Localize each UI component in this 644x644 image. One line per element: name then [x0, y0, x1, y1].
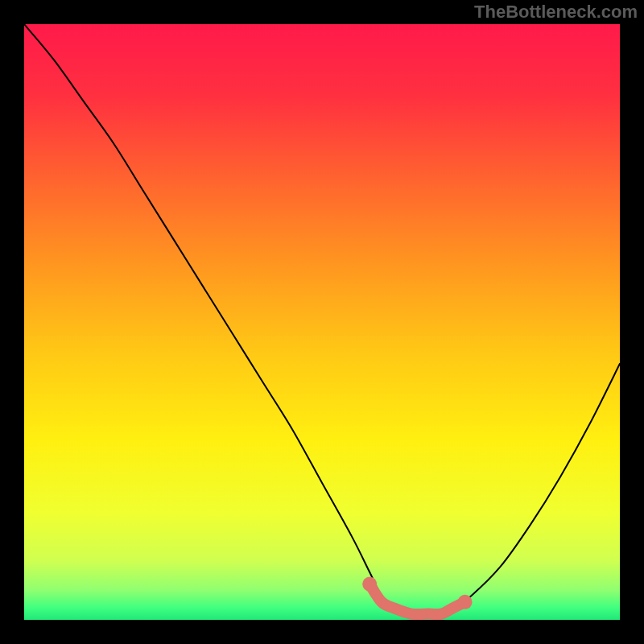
highlight-end-marker-0 [362, 577, 377, 592]
chart-svg [24, 24, 620, 620]
plot-area [24, 24, 620, 620]
chart-container: TheBottleneck.com [0, 0, 644, 644]
gradient-background [24, 24, 620, 620]
highlight-end-marker-1 [458, 595, 473, 609]
watermark-text: TheBottleneck.com [474, 2, 638, 23]
